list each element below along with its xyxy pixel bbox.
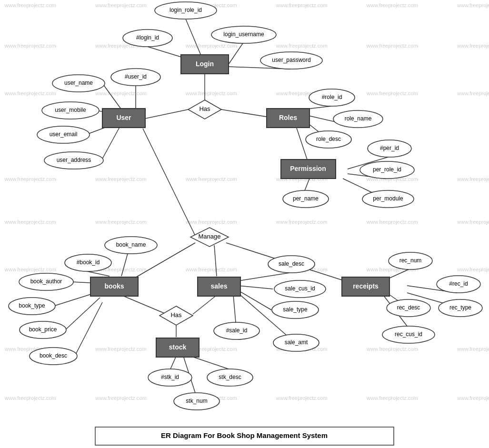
line-roles-permission — [295, 124, 307, 159]
watermark: www.freeprojectz.com — [457, 176, 489, 182]
line-login-login-username — [229, 43, 243, 64]
watermark: www.freeprojectz.com — [4, 43, 56, 49]
watermark: www.freeprojectz.com — [366, 90, 418, 96]
watermark: www.freeprojectz.com — [95, 346, 147, 352]
watermark: www.freeprojectz.com — [95, 90, 147, 96]
attr-sale-type-label: sale_type — [283, 306, 308, 313]
entity-roles-label: Roles — [279, 114, 297, 121]
attr-login-role-id-label: login_role_id — [170, 7, 202, 13]
entity-sales-label: sales — [210, 282, 227, 290]
watermark: www.freeprojectz.com — [457, 346, 489, 352]
attr-rec-type-label: rec_type — [449, 304, 471, 311]
attr-sale-cus-id-label: sale_cus_id — [285, 285, 315, 292]
attr-login-username-label: login_username — [223, 31, 264, 38]
line-books-has2 — [121, 295, 167, 314]
line-perm-pername — [305, 179, 309, 190]
rel-has2-label: Has — [170, 311, 182, 319]
watermark: www.freeprojectz.com — [185, 219, 237, 225]
attr-rec-id-label: #rec_id — [449, 280, 468, 287]
attr-book-desc-label: book_desc — [40, 352, 67, 359]
watermark: www.freeprojectz.com — [185, 267, 237, 272]
watermark: www.freeprojectz.com — [457, 90, 489, 96]
entity-login-label: Login — [196, 60, 214, 68]
line-sales-saletype — [238, 290, 271, 310]
watermark: www.freeprojectz.com — [185, 90, 237, 96]
attr-rec-desc-label: rec_desc — [397, 304, 420, 311]
watermark: www.freeprojectz.com — [366, 2, 418, 8]
attr-book-name-label: book_name — [116, 241, 146, 248]
attr-stk-desc-label: stk_desc — [219, 374, 241, 380]
entity-stock-label: stock — [169, 343, 187, 351]
attr-sale-amt-label: sale_amt — [285, 339, 308, 346]
watermark: www.freeprojectz.com — [457, 395, 489, 401]
watermark: www.freeprojectz.com — [95, 395, 147, 401]
attr-per-role-id-label: per_role_id — [373, 166, 401, 173]
attr-per-name-label: per_name — [293, 195, 319, 202]
attr-book-id-label: #book_id — [77, 259, 100, 266]
watermark: www.freeprojectz.com — [4, 2, 56, 8]
line-user-address — [101, 124, 121, 160]
attr-user-mobile-label: user_mobile — [55, 107, 86, 113]
entity-receipts-label: receipts — [353, 282, 379, 290]
attr-rec-num-label: rec_num — [399, 257, 422, 264]
diagram-container: www.freeprojectz.com www.freeprojectz.co… — [0, 0, 489, 448]
rel-manage-label: Manage — [199, 233, 221, 240]
line-books-bookdesc — [75, 302, 102, 356]
watermark: www.freeprojectz.com — [366, 219, 418, 225]
watermark: www.freeprojectz.com — [366, 395, 418, 401]
line-stock-stkid — [170, 356, 176, 369]
attr-stk-id-label: #stk_id — [161, 374, 179, 380]
watermark: www.freeprojectz.com — [4, 176, 56, 182]
watermark: www.freeprojectz.com — [457, 43, 489, 49]
watermark: www.freeprojectz.com — [457, 2, 489, 8]
entity-permission-label: Permission — [290, 165, 326, 172]
entity-user-label: User — [116, 114, 131, 121]
line-user-manage — [143, 129, 195, 236]
line-sales-salecusid — [238, 286, 273, 289]
line-manage-sales — [214, 245, 217, 276]
watermark: www.freeprojectz.com — [457, 219, 489, 225]
line-user-username — [102, 83, 121, 110]
rel-has1-label: Has — [199, 105, 210, 112]
line-stock-stkdesc — [190, 356, 229, 369]
line-has-user — [143, 110, 188, 119]
line-books-bookname — [121, 254, 128, 276]
attr-per-module-label: per_module — [373, 195, 403, 202]
attr-role-id-label: #role_id — [322, 94, 342, 100]
watermark: www.freeprojectz.com — [95, 2, 147, 8]
attr-user-address-label: user_address — [57, 157, 91, 163]
watermark: www.freeprojectz.com — [185, 176, 237, 182]
caption-text: ER Diagram For Book Shop Management Syst… — [161, 431, 328, 439]
line-sales-saledesc — [238, 273, 289, 281]
attr-stk-num-label: stk_num — [186, 398, 207, 404]
attr-sale-desc-label: sale_desc — [279, 260, 304, 267]
watermark: www.freeprojectz.com — [185, 43, 237, 49]
watermark: www.freeprojectz.com — [457, 267, 489, 272]
line-books-bookid — [87, 271, 110, 276]
attr-user-id-label: #user_id — [125, 73, 147, 80]
line-sales-saleid — [233, 295, 236, 322]
attr-role-desc-label: role_desc — [316, 136, 341, 142]
er-diagram: www.freeprojectz.com www.freeprojectz.co… — [0, 0, 489, 448]
attr-per-id-label: #per_id — [380, 145, 399, 151]
entity-books-label: books — [104, 282, 124, 290]
watermark: www.freeprojectz.com — [366, 346, 418, 352]
watermark: www.freeprojectz.com — [4, 90, 56, 96]
attr-book-author-label: book_author — [30, 278, 62, 285]
attr-login-id-label: #login_id — [136, 34, 159, 41]
watermark: www.freeprojectz.com — [4, 219, 56, 225]
watermark: www.freeprojectz.com — [276, 219, 328, 225]
watermark: www.freeprojectz.com — [4, 267, 56, 272]
watermark: www.freeprojectz.com — [366, 43, 418, 49]
attr-book-type-label: book_type — [19, 302, 45, 309]
watermark: www.freeprojectz.com — [4, 395, 56, 401]
watermark: www.freeprojectz.com — [276, 2, 328, 8]
attr-user-password-label: user_password — [272, 57, 310, 63]
line-books-bookprice — [65, 298, 100, 330]
watermark: www.freeprojectz.com — [276, 395, 328, 401]
attr-rec-cus-id-label: rec_cus_id — [395, 331, 422, 338]
watermark: www.freeprojectz.com — [95, 219, 147, 225]
attr-sale-id-label: #sale_id — [226, 327, 248, 334]
line-sales-has2 — [193, 295, 217, 314]
attr-user-email-label: user_email — [50, 131, 78, 138]
